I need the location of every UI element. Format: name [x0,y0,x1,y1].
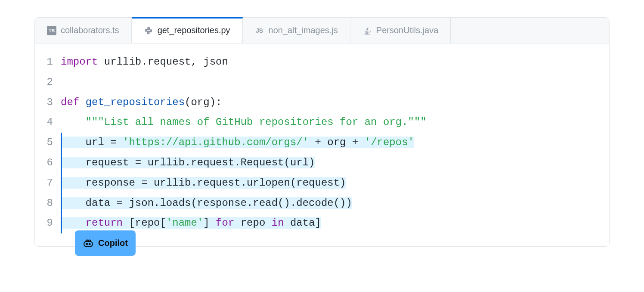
code-line: 8 data = json.loads(response.read().deco… [35,193,609,214]
code-line: 3def get_repositories(org): [35,93,609,113]
tab-collaborators-ts[interactable]: TScollaborators.ts [35,18,132,43]
highlight-bar [61,213,62,233]
highlighted-text: url = 'https://api.github.com/orgs/' + o… [61,137,414,148]
tab-label: collaborators.ts [61,25,119,35]
line-content[interactable]: return [repo['name'] for repo in data] [61,213,609,233]
token-nm: (org): [185,96,222,108]
line-content[interactable]: """List all names of GitHub repositories… [61,112,609,133]
code-line: 1import urllib.request, json [35,52,609,72]
token-nm: ] [203,217,216,229]
token-nm: [repo[ [123,217,166,229]
token-nm: repo [234,217,271,229]
highlight-bar [61,153,62,173]
token-nm: response = urllib.request.urlopen(reques… [61,177,346,189]
svg-point-2 [89,243,90,245]
code-line: 2 [35,72,609,93]
tab-get_repositories-py[interactable]: get_repositories.py [132,17,243,43]
highlighted-text: data = json.loads(response.read().decode… [61,197,352,209]
line-content[interactable]: data = json.loads(response.read().decode… [61,193,609,214]
token-nm [61,76,67,88]
line-number: 5 [35,133,61,153]
token-nm: url = [61,137,123,148]
line-content[interactable]: import urllib.request, json [61,52,609,72]
token-kw: import [61,56,98,68]
highlighted-text: return [repo['name'] for repo in data] [61,217,321,229]
code-line: 5 url = 'https://api.github.com/orgs/' +… [35,133,609,153]
token-fn: get_repositories [86,96,185,108]
token-str: """List all names of GitHub repositories… [86,116,427,128]
tab-label: PersonUtils.java [376,25,439,35]
token-str: '/repos' [365,137,414,148]
copilot-icon [83,238,94,249]
line-content[interactable]: request = urllib.request.Request(url) [61,153,609,173]
token-str: 'https://api.github.com/orgs/' [123,137,309,148]
tab-label: get_repositories.py [158,25,230,35]
line-number: 8 [35,193,61,214]
javascript-icon: JS [255,26,264,35]
line-number: 7 [35,173,61,193]
token-kw: def [61,96,79,108]
token-nm: data] [284,217,321,229]
line-number: 6 [35,153,61,173]
code-line: 6 request = urllib.request.Request(url) [35,153,609,173]
typescript-icon: TS [47,26,56,35]
line-content[interactable]: response = urllib.request.urlopen(reques… [61,173,609,193]
token-nm [79,96,85,108]
highlight-bar [61,173,62,193]
token-kw: for [216,217,234,229]
tabs-bar: TScollaborators.tsget_repositories.pyJSn… [35,18,609,43]
tab-non_alt_images-js[interactable]: JSnon_alt_images.js [243,18,350,43]
code-line: 7 response = urllib.request.urlopen(requ… [35,173,609,193]
copilot-badge[interactable]: Copilot [75,230,136,256]
line-number: 9 [35,213,61,233]
java-icon [362,26,372,35]
token-kw: in [272,217,284,229]
copilot-label: Copilot [98,235,128,252]
highlight-bar [61,193,62,214]
line-number: 1 [35,52,61,72]
code-area: 1import urllib.request, json2 3def get_r… [35,43,609,246]
line-content[interactable]: url = 'https://api.github.com/orgs/' + o… [61,133,609,153]
line-number: 4 [35,112,61,133]
tab-label: non_alt_images.js [269,25,338,35]
line-number: 2 [35,72,61,93]
token-nm [61,116,86,128]
highlight-bar [61,133,62,153]
line-content[interactable] [61,72,609,93]
line-content[interactable]: def get_repositories(org): [61,93,609,113]
highlighted-text: request = urllib.request.Request(url) [61,157,315,168]
line-number: 3 [35,93,61,113]
code-editor: TScollaborators.tsget_repositories.pyJSn… [34,17,610,247]
token-nm: urllib.request, json [98,56,228,68]
python-icon [144,26,153,35]
tab-PersonUtils-java[interactable]: PersonUtils.java [350,18,451,43]
token-nm: data = json.loads(response.read().decode… [61,197,352,209]
svg-point-1 [86,243,87,245]
code-line: 4 """List all names of GitHub repositori… [35,112,609,133]
token-nm [61,217,86,229]
token-nm: request = urllib.request.Request(url) [61,157,315,168]
token-kw: return [86,217,123,229]
highlighted-text: response = urllib.request.urlopen(reques… [61,177,346,189]
token-str: 'name' [166,217,203,229]
token-nm: + org + [309,137,365,148]
